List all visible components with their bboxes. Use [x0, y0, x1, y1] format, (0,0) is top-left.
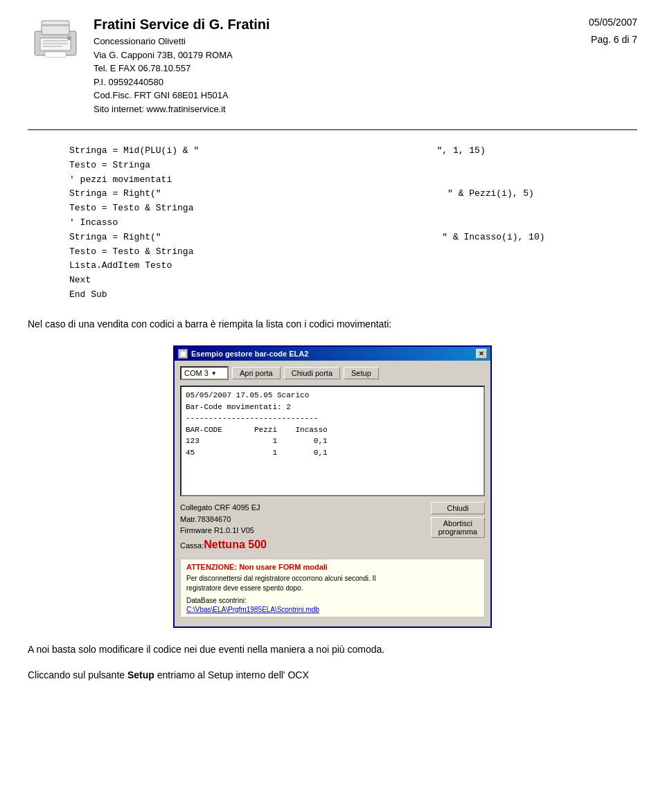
code-line-3: ' pezzi movimentati	[69, 173, 637, 188]
svg-rect-8	[42, 24, 69, 26]
list-row-4: BAR-CODE Pezzi Incasso	[186, 424, 479, 436]
prose-barcode-intro: Nel caso di una vendita con codici a bar…	[28, 316, 637, 332]
subtitle2: Via G. Capponi 73B, 00179 ROMA	[94, 48, 270, 62]
page-number: Pag. 6 di 7	[589, 31, 637, 48]
svg-rect-1	[42, 21, 69, 35]
company-info: Fratini Service di G. Fratini Concession…	[94, 14, 270, 116]
company-name: Fratini Service di G. Fratini	[94, 14, 270, 35]
code-block: Stringa = Mid(PLU(i) & " ", 1, 15) Testo…	[69, 144, 637, 303]
collegato-label: Collegato CRF 4095 EJ	[180, 502, 267, 514]
cassa-info: Cassa:Nettuna 500	[180, 536, 267, 553]
attention-panel: ATTENZIONE: Non usare FORM modali Per di…	[180, 559, 485, 617]
svg-rect-4	[43, 43, 68, 44]
info-buttons: Chiudi Abortisciprogramma	[431, 502, 485, 538]
chiudi-button[interactable]: Chiudi	[431, 502, 485, 514]
header-divider	[28, 129, 637, 130]
subtitle6: Sito internet: www.fratiniservice.it	[94, 102, 270, 116]
subtitle1: Concessionario Olivetti	[94, 35, 270, 48]
svg-rect-5	[43, 46, 62, 47]
dialog-title-text: Esempio gestore bar-code ELA2	[191, 350, 308, 358]
info-panel: Collegato CRF 4095 EJ Matr.78384670 Firm…	[180, 502, 485, 553]
db-label: DataBase scontrini:	[186, 596, 479, 606]
code-line-2: Testo = Stringa	[69, 159, 637, 173]
printer-icon	[28, 14, 83, 62]
subtitle4: P.I. 09592440580	[94, 75, 270, 89]
svg-rect-6	[45, 52, 66, 57]
dialog-body: COM 3 ▼ Apri porta Chiudi porta Setup 05…	[175, 361, 490, 626]
db-path[interactable]: C:\Vbas\ELA\Prgfm1985ELA\Scontrini.mdb	[186, 606, 479, 613]
code-line-7: Stringa = Right(" " & Incasso(i), 10)	[69, 231, 637, 245]
firmware-label: Firmware R1.0.1I V05	[180, 525, 267, 536]
dropdown-arrow-icon: ▼	[211, 370, 217, 377]
prose3-bold: Setup	[127, 669, 154, 680]
page-header: Fratini Service di G. Fratini Concession…	[28, 14, 637, 116]
subtitle5: Cod.Fisc. FRT GNI 68E01 H501A	[94, 89, 270, 102]
svg-rect-3	[43, 40, 68, 42]
com-value: COM 3	[184, 369, 209, 377]
barcode-list: 05/05/2007 17.05.05 Scarico Bar-Code mov…	[180, 386, 485, 496]
list-row-6: 45 1 0,1	[186, 447, 479, 459]
apri-porta-button[interactable]: Apri porta	[232, 367, 281, 379]
list-row-1: 05/05/2007 17.05.05 Scarico	[186, 390, 479, 402]
setup-button[interactable]: Setup	[344, 367, 379, 379]
com-dropdown[interactable]: COM 3 ▼	[180, 366, 229, 380]
code-line-1: Stringa = Mid(PLU(i) & " ", 1, 15)	[69, 144, 637, 159]
barcode-dialog: ▣ Esempio gestore bar-code ELA2 ✕ COM 3 …	[173, 345, 492, 628]
dialog-titlebar: ▣ Esempio gestore bar-code ELA2 ✕	[175, 347, 490, 361]
code-line-6: ' Incasso	[69, 216, 637, 231]
prose3-suffix: entriamo al Setup interno dell' OCX	[154, 669, 309, 680]
prose-setup: Cliccando sul pulsante Setup entriamo al…	[28, 667, 637, 683]
prose-modify: A noi basta solo modificare il codice ne…	[28, 642, 637, 657]
subtitle3: Tel. E FAX 06.78.10.557	[94, 62, 270, 75]
attention-label: ATTENZIONE: Non usare FORM modali	[186, 563, 479, 571]
code-line-9: Lista.AddItem Testo	[69, 259, 637, 273]
code-line-4: Stringa = Right(" " & Pezzi(i), 5)	[69, 187, 637, 201]
close-button[interactable]: ✕	[476, 349, 487, 359]
code-line-8: Testo = Testo & Stringa	[69, 245, 637, 260]
code-line-11: End Sub	[69, 288, 637, 303]
dialog-container: ▣ Esempio gestore bar-code ELA2 ✕ COM 3 …	[28, 345, 637, 628]
attention-note: Per disconnettersi dal registratore occo…	[186, 574, 479, 593]
info-left: Collegato CRF 4095 EJ Matr.78384670 Firm…	[180, 502, 267, 553]
chiudi-porta-button[interactable]: Chiudi porta	[284, 367, 340, 379]
document-date: 05/05/2007	[589, 14, 637, 31]
cassa-name: Nettuna 500	[204, 539, 267, 550]
code-line-10: Next	[69, 273, 637, 288]
cassa-label: Cassa:	[180, 541, 204, 550]
dialog-title-left: ▣ Esempio gestore bar-code ELA2	[178, 349, 308, 359]
abortisci-button[interactable]: Abortisciprogramma	[431, 517, 485, 538]
list-row-2: Bar-Code movimentati: 2	[186, 402, 479, 413]
dialog-toolbar: COM 3 ▼ Apri porta Chiudi porta Setup	[180, 366, 485, 380]
dialog-title-icon: ▣	[178, 349, 188, 359]
prose3-prefix: Cliccando sul pulsante	[28, 669, 127, 680]
header-left: Fratini Service di G. Fratini Concession…	[28, 14, 270, 116]
svg-point-7	[67, 36, 71, 40]
code-line-5: Testo = Testo & Stringa	[69, 201, 637, 216]
list-row-3: -----------------------------	[186, 413, 479, 424]
header-right: 05/05/2007 Pag. 6 di 7	[589, 14, 637, 48]
list-row-5: 123 1 0,1	[186, 435, 479, 447]
matr-label: Matr.78384670	[180, 514, 267, 525]
